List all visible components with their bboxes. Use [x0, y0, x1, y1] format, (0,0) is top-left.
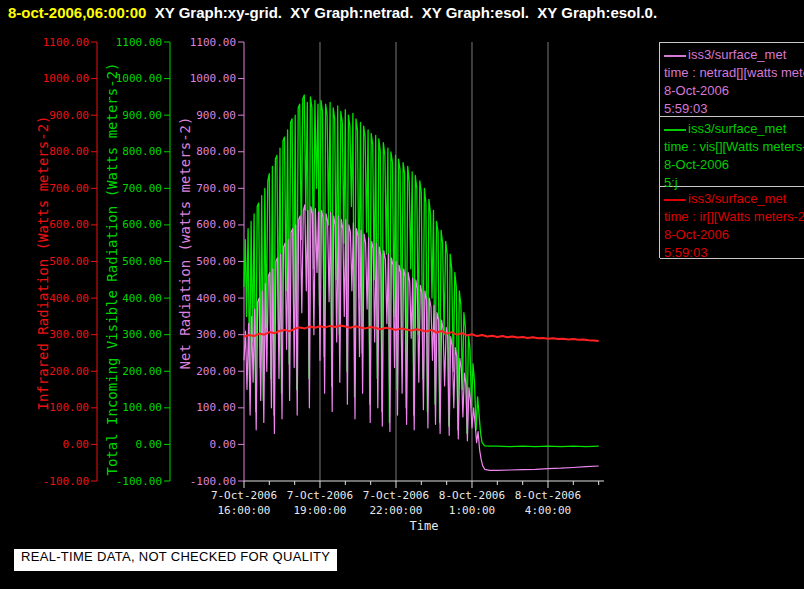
legend-source-line: iss3/surface_met	[664, 120, 804, 138]
legend-date-label: 8-Oct-2006	[664, 226, 804, 244]
legend-variable-label: time : ir[][Watts meters-2]	[664, 208, 804, 226]
legend-line-sample	[664, 129, 686, 131]
legend-source-line: iss3/surface_met	[664, 46, 804, 64]
realtime-data-notice: REAL-TIME DATA, NOT CHECKED FOR QUALITY	[14, 549, 337, 571]
legend: iss3/surface_mettime : netrad[][watts me…	[659, 42, 804, 258]
legend-date-label: 8-Oct-2006	[664, 156, 804, 174]
legend-source-label: iss3/surface_met	[688, 121, 786, 136]
legend-line-sample	[664, 55, 686, 57]
legend-source-label: iss3/surface_met	[688, 191, 786, 206]
xy-graph-window: 8-oct-2006,06:00:00 XY Graph:xy-grid. XY…	[0, 0, 804, 589]
legend-time-label: 5:59:03	[664, 100, 804, 118]
legend-entry-vis: iss3/surface_mettime : vis[][Watts meter…	[664, 120, 804, 192]
legend-entry-ir: iss3/surface_mettime : ir[][Watts meters…	[664, 190, 804, 262]
legend-entry-netrad: iss3/surface_mettime : netrad[][watts me…	[664, 46, 804, 118]
legend-source-label: iss3/surface_met	[688, 47, 786, 62]
legend-variable-label: time : vis[][Watts meters-2]	[664, 138, 804, 156]
legend-variable-label: time : netrad[][watts meters-2]	[664, 64, 804, 82]
legend-time-label: 5:59:03	[664, 244, 804, 262]
legend-line-sample	[664, 199, 686, 201]
legend-date-label: 8-Oct-2006	[664, 82, 804, 100]
legend-source-line: iss3/surface_met	[664, 190, 804, 208]
legend-separator	[660, 42, 804, 43]
